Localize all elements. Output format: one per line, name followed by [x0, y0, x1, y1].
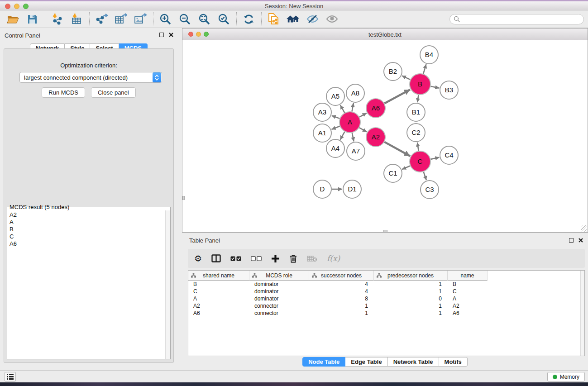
delete-column-icon[interactable] [289, 254, 297, 263]
column-header-MCDS-role[interactable]: MCDS role [249, 271, 309, 281]
cell-successor-nodes[interactable]: 1 [309, 302, 374, 310]
cell-predecessor-nodes[interactable]: 0 [374, 295, 448, 302]
edge-A-A7[interactable] [352, 133, 354, 142]
cell-name[interactable]: C [448, 288, 488, 295]
result-scrollbar[interactable] [165, 210, 170, 359]
cell-name[interactable]: B [448, 281, 488, 288]
cell-MCDS-role[interactable]: dominator [249, 288, 309, 295]
edge-C-C3[interactable] [424, 172, 426, 180]
memory-button[interactable]: Memory [547, 372, 585, 381]
float-table-panel-icon[interactable] [569, 238, 574, 243]
cell-successor-nodes[interactable]: 4 [309, 288, 374, 295]
edge-A-A1[interactable] [331, 126, 339, 129]
run-mcds-button[interactable]: Run MCDS [42, 87, 85, 98]
add-column-icon[interactable] [271, 254, 280, 263]
cell-successor-nodes[interactable]: 4 [309, 281, 374, 288]
column-header-predecessor-nodes[interactable]: predecessor nodes [374, 271, 448, 281]
cell-predecessor-nodes[interactable]: 1 [374, 281, 448, 288]
tab-node-table[interactable]: Node Table [302, 357, 345, 367]
table-settings-icon[interactable]: ⚙ [194, 254, 202, 263]
mcds-result-item[interactable]: A2 [10, 211, 165, 219]
show-hidden-icon[interactable] [325, 12, 339, 26]
close-table-panel-icon[interactable] [578, 238, 583, 243]
cell-shared-name[interactable]: C [188, 288, 249, 295]
table-scrollbar[interactable] [580, 271, 584, 356]
search-input[interactable] [449, 14, 584, 24]
cell-MCDS-role[interactable]: dominator [249, 295, 309, 302]
left-resize-handle[interactable] [182, 196, 185, 200]
hide-selected-icon[interactable] [306, 12, 319, 26]
mcds-result-item[interactable]: B [10, 226, 165, 233]
table-row[interactable]: Adominator80A [188, 295, 584, 302]
edge-A6-B[interactable] [384, 90, 410, 104]
column-header-successor-nodes[interactable]: successor nodes [309, 271, 374, 281]
close-panel-icon[interactable] [168, 32, 174, 38]
open-session-icon[interactable] [6, 12, 19, 26]
edge-C-C4[interactable] [430, 157, 439, 159]
deselect-all-icon[interactable] [251, 256, 262, 261]
tab-edge-table[interactable]: Edge Table [345, 357, 387, 367]
column-header-shared-name[interactable]: shared name [188, 271, 249, 281]
zoom-in-icon[interactable] [158, 12, 172, 26]
cell-shared-name[interactable]: A [188, 295, 249, 302]
edge-B-B4[interactable] [423, 64, 426, 74]
mcds-result-item[interactable]: A6 [10, 240, 165, 248]
tab-motifs[interactable]: Motifs [439, 357, 468, 367]
column-visibility-icon[interactable] [211, 254, 221, 262]
zoom-out-icon[interactable] [178, 12, 191, 26]
tab-network-table[interactable]: Network Table [388, 357, 439, 367]
save-session-icon[interactable] [25, 12, 39, 26]
refresh-icon[interactable] [242, 12, 255, 26]
cell-shared-name[interactable]: B [188, 281, 249, 288]
cell-MCDS-role[interactable]: dominator [249, 281, 309, 288]
cell-MCDS-role[interactable]: connector [249, 310, 309, 317]
edge-B-B3[interactable] [431, 86, 440, 88]
resize-grip-icon[interactable] [581, 225, 587, 232]
cell-name[interactable]: A6 [448, 310, 488, 317]
task-history-button[interactable] [5, 372, 16, 381]
cell-successor-nodes[interactable]: 1 [309, 310, 374, 317]
criterion-dropdown[interactable]: largest connected component (directed) [19, 72, 162, 83]
table-row[interactable]: Cdominator41C [188, 288, 584, 295]
cell-shared-name[interactable]: A2 [188, 302, 249, 310]
bottom-resize-handle[interactable] [383, 230, 387, 232]
home-icon[interactable] [286, 12, 300, 26]
function-builder-icon[interactable]: f(x) [327, 254, 340, 263]
edge-C-C1[interactable] [402, 166, 410, 170]
cell-predecessor-nodes[interactable]: 1 [374, 302, 448, 310]
zoom-selected-icon[interactable] [217, 12, 230, 26]
table-row[interactable]: A2connector11A2 [188, 302, 584, 310]
zoom-fit-icon[interactable] [197, 12, 211, 26]
select-all-icon[interactable] [230, 256, 241, 261]
cell-shared-name[interactable]: A6 [188, 310, 249, 317]
network-canvas[interactable]: AA1A3A5A8A4A7A6A2BB1B2B3B4CC1C2C3C4DD1 [182, 40, 588, 232]
mcds-result-item[interactable]: C [10, 233, 165, 240]
edge-A-A8[interactable] [352, 103, 354, 112]
export-image-icon[interactable] [134, 12, 147, 26]
cell-predecessor-nodes[interactable]: 1 [374, 288, 448, 295]
cell-name[interactable]: A [448, 295, 488, 302]
table-row[interactable]: Bdominator41B [188, 281, 584, 288]
float-panel-icon[interactable] [159, 33, 164, 37]
edge-A-A4[interactable] [340, 132, 345, 140]
import-network-icon[interactable] [50, 12, 64, 26]
edge-C-C2[interactable] [417, 143, 419, 151]
edge-B-B1[interactable] [417, 95, 418, 102]
clone-network-icon[interactable] [267, 12, 280, 26]
export-table-icon[interactable] [114, 12, 128, 26]
edge-A-A5[interactable] [340, 105, 344, 113]
cell-successor-nodes[interactable]: 8 [309, 295, 374, 302]
cell-name[interactable]: A2 [448, 302, 488, 310]
export-network-icon[interactable] [95, 12, 108, 26]
import-table-icon[interactable] [70, 12, 83, 26]
close-panel-button[interactable]: Close panel [91, 87, 136, 98]
edge-A-A6[interactable] [359, 113, 367, 117]
edge-B-B2[interactable] [402, 76, 410, 80]
edge-A-A3[interactable] [332, 115, 340, 118]
column-header-name[interactable]: name [448, 271, 488, 281]
cell-MCDS-role[interactable]: connector [249, 302, 309, 310]
mcds-result-item[interactable]: A [10, 219, 165, 226]
edge-A2-C[interactable] [384, 142, 410, 156]
edge-A-A2[interactable] [359, 128, 367, 132]
table-row[interactable]: A6connector11A6 [188, 310, 584, 317]
